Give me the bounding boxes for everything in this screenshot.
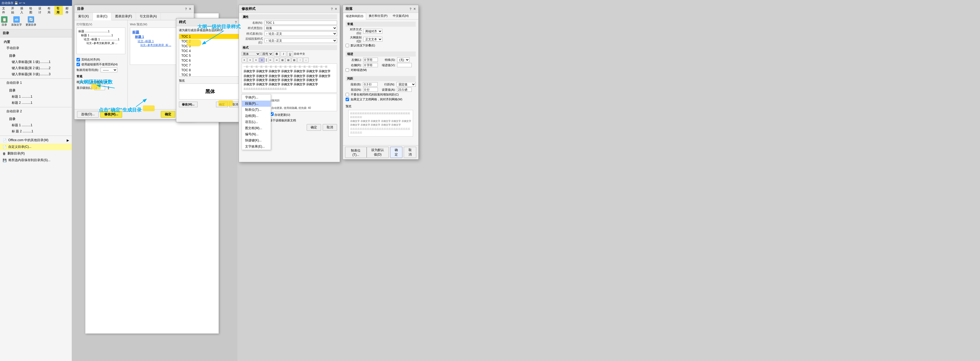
para-left-input[interactable]	[363, 58, 378, 62]
sidebar-delete-toc[interactable]: 🗑 删除目录(R)	[0, 150, 72, 157]
level-spinner[interactable]: ⬆	[107, 85, 110, 91]
para-right-input[interactable]	[363, 63, 378, 67]
tab-file[interactable]: 文件	[0, 6, 8, 15]
para-help-btn[interactable]: ?	[410, 7, 412, 11]
save-icon[interactable]: 💾	[14, 2, 18, 5]
mulu-tab-index[interactable]: 索引(X)	[75, 13, 93, 20]
modify-size-select[interactable]: 四号	[261, 52, 273, 56]
format-select[interactable]: 来自模板 正式 简单	[89, 80, 108, 84]
para-grid-check[interactable]	[345, 97, 349, 101]
para-mirror-check[interactable]	[345, 68, 349, 72]
modify-name-input[interactable]	[264, 21, 337, 25]
para-indentval-input[interactable]	[397, 63, 412, 67]
modify-underline-btn[interactable]: U	[287, 51, 293, 57]
toc-item-3[interactable]: TOC 3	[179, 44, 241, 49]
tab-start[interactable]: 开始	[9, 6, 18, 15]
mulu-confirm-btn[interactable]: 确定	[161, 111, 175, 118]
mulu-tab-citation[interactable]: 引文目录(A)	[136, 13, 161, 20]
tab-leader-select[interactable]: —— …… （无）	[100, 67, 117, 72]
para-collapse-check[interactable]	[345, 44, 349, 47]
toc-item-1[interactable]: TOC 1	[179, 34, 241, 39]
line-single-btn[interactable]: ▤	[280, 58, 285, 62]
sidebar-more-toc[interactable]: 📄 Office.com 中的其他目录(M) ▶	[0, 137, 72, 144]
fmt-effect[interactable]: 文字效果(E)...	[242, 144, 270, 150]
mulu-tab-figure[interactable]: 图表目录(F)	[111, 13, 136, 20]
sidebar-auto-title2-1[interactable]: 标题 1 ..........1	[0, 122, 72, 128]
para-before-input[interactable]	[363, 82, 378, 86]
para-confirm-btn[interactable]: 确定	[390, 147, 402, 158]
sidebar-auto-title1-2[interactable]: 标题 2 ..........1	[0, 100, 72, 106]
line-1-5-btn[interactable]: ▤	[286, 58, 291, 62]
modify-cancel-btn[interactable]: 取消	[323, 124, 337, 131]
indent-inc-btn[interactable]: ⇥	[274, 58, 279, 62]
sidebar-chapter1[interactable]: 键入章标题(第 1 级)..........1	[0, 59, 72, 65]
toc-item-9[interactable]: TOC 9	[179, 73, 241, 77]
tab-mail[interactable]: 邮件	[64, 6, 72, 15]
undo-btn[interactable]: ↩	[19, 2, 22, 5]
fmt-para[interactable]: 段落(P)...	[242, 101, 270, 107]
sidebar-save-toc[interactable]: 💾 将所选内容保存到目录库(S)...	[0, 157, 72, 164]
para-tab-chinese[interactable]: 中文版式(H)	[390, 13, 411, 19]
space-before-btn[interactable]: ↑	[298, 58, 303, 62]
sidebar-item-manual-toc[interactable]: 手动目录	[0, 45, 72, 51]
level-input[interactable]	[94, 86, 105, 90]
modify-confirm-btn[interactable]: 确定	[307, 124, 321, 131]
para-default-btn[interactable]: 设为默认值(D)	[367, 147, 389, 158]
toc-item-6[interactable]: TOC 6	[179, 58, 241, 63]
para-noadd-check[interactable]	[345, 93, 349, 96]
fmt-border[interactable]: 边框(B)...	[242, 113, 270, 119]
para-cancel-btn[interactable]: 取消	[404, 147, 416, 158]
style-modify-btn[interactable]: 修改(M)...	[179, 102, 197, 107]
sidebar-chapter3[interactable]: 键入章标题(第 3 级)..........3	[0, 71, 72, 77]
redo-btn[interactable]: ↪	[23, 2, 25, 5]
toc-item-2[interactable]: TOC 2	[179, 39, 241, 44]
modify-base-select[interactable]: ↑ 论文--正文	[264, 31, 337, 36]
modify-font-select[interactable]: 黑体	[242, 52, 260, 56]
para-align-select[interactable]: 两端对齐左对齐居中右对齐	[363, 29, 382, 34]
modify-help-btn[interactable]: ?	[331, 7, 333, 11]
sidebar-auto-toc1[interactable]: 自动目录 1	[0, 80, 72, 86]
line-double-btn[interactable]: ▤	[291, 58, 297, 62]
mulu-close-btn[interactable]: ×	[189, 7, 191, 11]
indent-dec-btn[interactable]: ⇤	[268, 58, 273, 62]
space-after-btn[interactable]: ↓	[303, 58, 309, 62]
modify-next-select[interactable]: ↑ 论文--正文	[264, 38, 337, 43]
tab-layout[interactable]: 布局	[45, 6, 54, 15]
tab-draw[interactable]: 绘图	[27, 6, 36, 15]
para-tab-indent[interactable]: 缩进和间距(I)	[343, 13, 366, 19]
toc-item-5[interactable]: TOC 5	[179, 53, 241, 58]
fmt-lang[interactable]: 语言(L)...	[242, 119, 270, 125]
para-outline-select[interactable]: 正文文本1级2级	[363, 37, 382, 42]
align-justify-btn[interactable]: ≡	[259, 58, 264, 62]
align-left-btn[interactable]: ≡	[242, 58, 247, 62]
fmt-number[interactable]: 编号(N)...	[242, 131, 270, 137]
align-center-btn[interactable]: ≡	[247, 58, 253, 62]
toc-item-7[interactable]: TOC 7	[179, 63, 241, 68]
fmt-shortcut[interactable]: 快捷键(K)...	[242, 137, 270, 144]
toc-item-4[interactable]: TOC 4	[179, 49, 241, 53]
sidebar-auto-title2-2[interactable]: 标 题 2 ..........1	[0, 128, 72, 134]
mulu-help-btn[interactable]: ?	[185, 7, 187, 11]
add-text-button[interactable]: ab 添加文字	[10, 16, 23, 27]
para-tab-linebreak[interactable]: 换行和分页(P)	[366, 13, 390, 19]
mulu-tab-toc[interactable]: 目录(C)	[93, 13, 111, 20]
check-hyperlink[interactable]	[76, 63, 80, 66]
tab-reference[interactable]: 引用	[54, 6, 63, 15]
toc-item-8[interactable]: TOC 8	[179, 68, 241, 73]
para-after-input[interactable]	[363, 88, 378, 92]
toc-button[interactable]: 📋 目录	[0, 16, 8, 27]
sidebar-custom-toc[interactable]: 📄 自定义目录(C)...	[0, 144, 72, 150]
fmt-tab[interactable]: 制表位(T)...	[242, 107, 270, 113]
para-at-input[interactable]	[397, 88, 412, 92]
modify-type-select[interactable]: 段落	[264, 26, 337, 30]
modify-close-btn[interactable]: ×	[335, 7, 337, 11]
para-special-select[interactable]: (无)	[397, 58, 410, 62]
tab-insert[interactable]: 插入	[18, 6, 27, 15]
modify-italic-btn[interactable]: I	[280, 51, 286, 57]
update-toc-button[interactable]: 🔄 更新目录	[24, 16, 37, 27]
para-linespace-select[interactable]: 固定值单倍行距	[396, 82, 416, 87]
fmt-font[interactable]: 字体(F)...	[242, 94, 270, 101]
align-right-btn[interactable]: ≡	[253, 58, 259, 62]
mulu-options-btn[interactable]: 选项(O)...	[77, 111, 99, 118]
sidebar-auto-toc2[interactable]: 自动目录 2	[0, 108, 72, 115]
